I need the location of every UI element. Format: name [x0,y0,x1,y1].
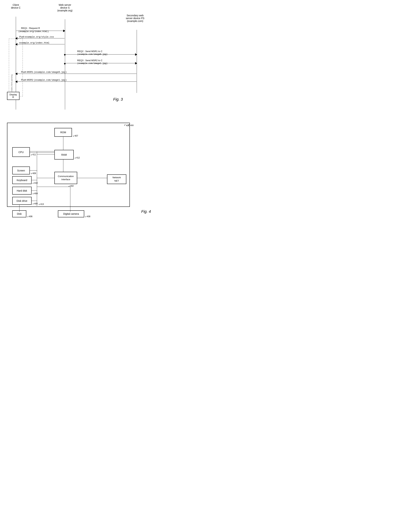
comm-interface-box: Communication Interface [54,172,77,184]
req3-diamond: ◆ [64,62,66,65]
network-label: NetworkNET [113,176,121,182]
fig3-diagram: Client device C Web serverdevice S(examp… [4,4,154,112]
dig-cam-bus-line [70,187,70,205]
push-msr1-label: Push MSR1 (example.com/image0.jpg) [21,71,67,73]
ref-407: ↙407 [73,135,78,137]
keyboard-box: Keyboard [12,176,32,184]
ref-406: ↙406 [27,215,32,218]
req2-sublabel: (example.com/image0.jpg) [77,53,108,56]
req2-arrowhead [135,53,138,56]
ref-400-indicator: ↙400 [124,123,130,127]
req2-label: REQ2 : Send MSR1 to C [77,50,103,53]
req1-arrowhead [63,30,67,32]
network-box: NetworkNET [107,174,126,184]
ref-409: ↙409 [31,172,36,174]
fig3-title: Fig. 3 [113,97,123,102]
push-style-label: Push example.org/style.css [19,35,54,38]
push-msr1-arrowhead [14,73,17,75]
push-index-label: example.org/index.html [19,42,49,44]
push-msr2-arrowhead [14,80,17,83]
display-box: DisplayR [7,92,20,100]
push-style-arrowhead [14,37,17,40]
keyboard-bus-line [32,180,37,180]
hard-disk-box: Hard disk [12,187,32,195]
req3-label: REQ3 : Send MSR2 to C [77,59,103,62]
req1-label: REQ1 : Request R [21,27,40,29]
client-label: Client device C [9,4,23,9]
parsing-label: index.html parsing [10,42,13,92]
disk-drive-bus-line [32,201,37,201]
ref-412: ↙412 [74,156,80,159]
req3-sublabel: (example.com/image1.jpg) [77,62,108,65]
bus-comm-line [37,178,54,178]
push-index-arrowhead [14,43,17,46]
dig-cam-line [70,205,70,212]
push-msr2-arrow [16,82,137,82]
ref-408: ↙408 [85,215,90,218]
bus-ram-line [37,154,54,155]
cpu-box: CPU [12,147,30,157]
ref-413: ↙413 [39,203,44,205]
req1-sublabel: (example.org/index.html) [18,30,49,33]
push-index-arrow [16,44,64,44]
ram-box: RAM [54,150,74,160]
req2-diamond: ◆ [64,53,66,56]
disk-drive-box: Disk drive [12,197,32,205]
push-msr2-label: Push MSR2 (example.com/image1.jpg) [21,78,67,81]
ref-411: ↙411 [31,153,36,156]
cpu-ram-line1 [30,151,54,151]
secondary-label: Secondary webserver device PS(example.co… [123,14,147,22]
dig-cam-horizontal [37,187,70,187]
fig4-title: Fig. 4 [141,209,151,214]
page-container: Client device C Web serverdevice S(examp… [4,4,154,217]
disk-drive-disk-line [19,205,20,212]
parsing-box: index.html parsing [9,39,23,97]
webserver-label: Web serverdevice S(example.org) [54,4,75,12]
req3-arrowhead [135,62,138,64]
rom-box: ROM [54,128,72,137]
comm-network-line [77,178,107,178]
digital-camera-box: Digital camera [58,210,84,217]
vertical-bus [37,152,37,206]
screen-box: Screen [12,167,30,174]
fig4-diagram: ↙400 ROM ↙407 CPU ↙411 RAM ↙412 Screen ↙… [4,119,154,217]
